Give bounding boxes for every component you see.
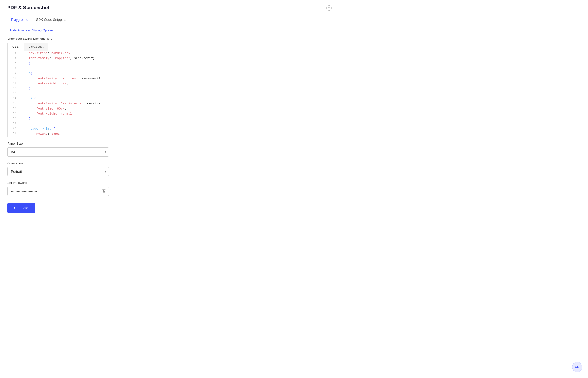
code-line: 5 box-sizing: border-box; xyxy=(8,51,332,56)
styling-section-label: Enter Your Styling Element Here xyxy=(7,37,332,40)
help-icon[interactable]: ? xyxy=(327,5,332,11)
paper-size-group: Paper Size A4 A3 Letter Legal ▾ xyxy=(7,142,109,157)
password-group: Set Password xyxy=(7,181,109,196)
code-tabs-bar: CSS JavaScript xyxy=(7,43,48,51)
code-tab-css[interactable]: CSS xyxy=(8,43,24,51)
code-line: 9 p{ xyxy=(8,71,332,76)
chevron-down-icon: ▾ xyxy=(7,28,9,32)
code-editor[interactable]: 5 box-sizing: border-box;6 font-family: … xyxy=(7,51,332,137)
code-line: 21 height: 38px; xyxy=(8,132,332,137)
paper-size-label: Paper Size xyxy=(7,142,109,145)
paper-size-select[interactable]: A4 A3 Letter Legal xyxy=(7,147,109,157)
bottom-widget[interactable]: 24s xyxy=(572,362,582,372)
password-input[interactable] xyxy=(7,187,109,196)
code-line: 13 xyxy=(8,91,332,96)
code-line: 7 } xyxy=(8,61,332,66)
code-line: 12 } xyxy=(8,86,332,91)
code-line: 10 font-family: 'Poppins', sans-serif; xyxy=(8,76,332,81)
code-line: 18 } xyxy=(8,116,332,122)
orientation-label: Orientation xyxy=(7,161,109,165)
advanced-toggle-label: Hide Advanced Styling Options xyxy=(10,28,53,32)
code-line: 15 font-family: "Parisienne", cursive; xyxy=(8,101,332,106)
orientation-select[interactable]: Portrait Landscape xyxy=(7,167,109,176)
code-line: 8 xyxy=(8,66,332,71)
main-tabs-bar: Playground SDK Code Snippets xyxy=(7,15,332,25)
code-tab-js[interactable]: JavaScript xyxy=(24,43,48,51)
generate-button[interactable]: Generate xyxy=(7,203,35,213)
code-line: 14 h2 { xyxy=(8,96,332,101)
code-line: 6 font-family: 'Poppins', sans-serif; xyxy=(8,56,332,61)
code-line: 19 xyxy=(8,122,332,126)
toggle-password-icon[interactable] xyxy=(102,189,106,193)
code-line: 20 header > img { xyxy=(8,126,332,132)
password-label: Set Password xyxy=(7,181,109,185)
tab-sdk[interactable]: SDK Code Snippets xyxy=(32,15,70,25)
code-line: 11 font-weight: 400; xyxy=(8,81,332,86)
code-line: 17 font-weight: normal; xyxy=(8,111,332,117)
advanced-styling-toggle[interactable]: ▾ Hide Advanced Styling Options xyxy=(7,28,332,32)
code-line: 16 font-size: 60px; xyxy=(8,106,332,111)
page-title: PDF & Screenshot xyxy=(7,5,49,10)
tab-playground[interactable]: Playground xyxy=(7,15,32,25)
orientation-group: Orientation Portrait Landscape ▾ xyxy=(7,161,109,176)
